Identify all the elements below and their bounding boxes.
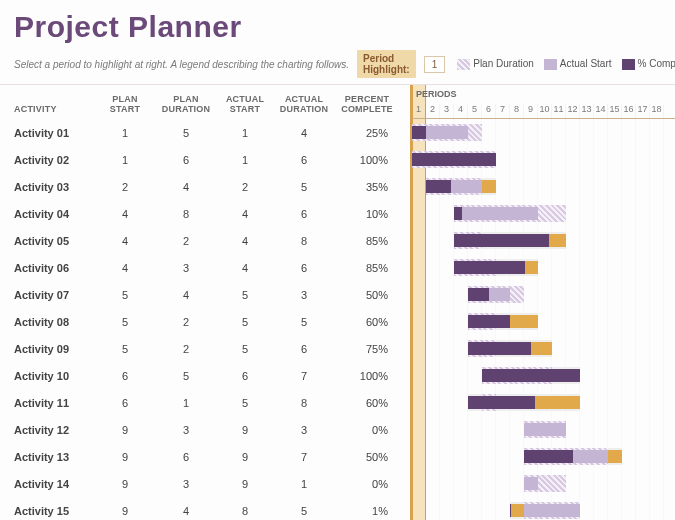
plan-start-cell[interactable]: 4 [96,235,154,247]
plan-start-cell[interactable]: 6 [96,370,154,382]
actual-dur-cell[interactable]: 5 [272,181,336,193]
actual-dur-cell[interactable]: 8 [272,235,336,247]
actual-overrun-bar [608,450,622,463]
actual-dur-cell[interactable]: 7 [272,451,336,463]
plan-dur-cell[interactable]: 4 [154,289,218,301]
table-row[interactable]: Activity 1293930% [14,416,410,443]
plan-dur-cell[interactable]: 1 [154,397,218,409]
table-row[interactable]: Activity 07545350% [14,281,410,308]
plan-start-cell[interactable]: 9 [96,451,154,463]
actual-start-cell[interactable]: 4 [218,262,272,274]
table-row[interactable]: Activity 03242535% [14,173,410,200]
pct-cell[interactable]: 100% [336,154,398,166]
actual-dur-cell[interactable]: 6 [272,154,336,166]
pct-cell[interactable]: 25% [336,127,398,139]
period-tick: 5 [468,104,482,118]
plan-dur-cell[interactable]: 2 [154,343,218,355]
actual-dur-cell[interactable]: 5 [272,316,336,328]
table-row[interactable]: Activity 021616100% [14,146,410,173]
table-row[interactable]: Activity 1594851% [14,497,410,520]
plan-start-cell[interactable]: 2 [96,181,154,193]
plan-dur-cell[interactable]: 2 [154,235,218,247]
actual-dur-cell[interactable]: 8 [272,397,336,409]
table-row[interactable]: Activity 04484610% [14,200,410,227]
pct-cell[interactable]: 0% [336,478,398,490]
actual-start-cell[interactable]: 5 [218,289,272,301]
plan-dur-cell[interactable]: 8 [154,208,218,220]
plan-start-cell[interactable]: 5 [96,316,154,328]
actual-start-cell[interactable]: 4 [218,235,272,247]
plan-dur-cell[interactable]: 5 [154,370,218,382]
pct-cell[interactable]: 50% [336,289,398,301]
plan-start-cell[interactable]: 9 [96,424,154,436]
table-row[interactable]: Activity 106567100% [14,362,410,389]
plan-start-cell[interactable]: 5 [96,289,154,301]
plan-start-cell[interactable]: 4 [96,262,154,274]
actual-dur-cell[interactable]: 7 [272,370,336,382]
period-highlight-input[interactable]: 1 [424,56,446,73]
actual-dur-cell[interactable]: 6 [272,343,336,355]
pct-cell[interactable]: 50% [336,451,398,463]
actual-start-cell[interactable]: 5 [218,343,272,355]
actual-dur-cell[interactable]: 3 [272,424,336,436]
activity-name: Activity 09 [14,343,96,355]
actual-dur-cell[interactable]: 5 [272,505,336,517]
pct-cell[interactable]: 85% [336,235,398,247]
pct-cell[interactable]: 35% [336,181,398,193]
actual-start-cell[interactable]: 9 [218,451,272,463]
actual-start-cell[interactable]: 2 [218,181,272,193]
actual-dur-cell[interactable]: 3 [272,289,336,301]
plan-dur-cell[interactable]: 3 [154,424,218,436]
pct-cell[interactable]: 1% [336,505,398,517]
table-row[interactable]: Activity 1493910% [14,470,410,497]
period-tick: 11 [552,104,566,118]
actual-dur-cell[interactable]: 6 [272,262,336,274]
main-area: ACTIVITY PLAN START PLAN DURATION ACTUAL… [0,85,675,520]
actual-start-cell[interactable]: 9 [218,424,272,436]
plan-start-cell[interactable]: 5 [96,343,154,355]
plan-start-cell[interactable]: 9 [96,505,154,517]
plan-dur-cell[interactable]: 4 [154,505,218,517]
table-row[interactable]: Activity 05424885% [14,227,410,254]
plan-dur-cell[interactable]: 3 [154,478,218,490]
actual-start-cell[interactable]: 9 [218,478,272,490]
pct-cell[interactable]: 10% [336,208,398,220]
plan-dur-cell[interactable]: 6 [154,451,218,463]
plan-dur-cell[interactable]: 3 [154,262,218,274]
actual-start-cell[interactable]: 4 [218,208,272,220]
table-row[interactable]: Activity 11615860% [14,389,410,416]
pct-cell[interactable]: 60% [336,316,398,328]
plan-dur-cell[interactable]: 2 [154,316,218,328]
actual-start-cell[interactable]: 1 [218,127,272,139]
data-table: ACTIVITY PLAN START PLAN DURATION ACTUAL… [0,85,410,520]
table-row[interactable]: Activity 01151425% [14,119,410,146]
table-row[interactable]: Activity 13969750% [14,443,410,470]
complete-bar [468,315,510,328]
plan-dur-cell[interactable]: 6 [154,154,218,166]
table-row[interactable]: Activity 06434685% [14,254,410,281]
pct-cell[interactable]: 0% [336,424,398,436]
gantt-row [412,254,675,281]
plan-dur-cell[interactable]: 4 [154,181,218,193]
plan-start-cell[interactable]: 1 [96,127,154,139]
pct-cell[interactable]: 100% [336,370,398,382]
actual-start-cell[interactable]: 5 [218,397,272,409]
table-row[interactable]: Activity 09525675% [14,335,410,362]
plan-start-cell[interactable]: 4 [96,208,154,220]
actual-dur-cell[interactable]: 4 [272,127,336,139]
plan-start-cell[interactable]: 1 [96,154,154,166]
actual-start-cell[interactable]: 1 [218,154,272,166]
table-row[interactable]: Activity 08525560% [14,308,410,335]
pct-cell[interactable]: 85% [336,262,398,274]
actual-start-cell[interactable]: 5 [218,316,272,328]
plan-start-cell[interactable]: 9 [96,478,154,490]
actual-start-cell[interactable]: 8 [218,505,272,517]
plan-start-cell[interactable]: 6 [96,397,154,409]
pct-cell[interactable]: 75% [336,343,398,355]
actual-dur-cell[interactable]: 1 [272,478,336,490]
pct-cell[interactable]: 60% [336,397,398,409]
actual-dur-cell[interactable]: 6 [272,208,336,220]
plan-dur-cell[interactable]: 5 [154,127,218,139]
actual-start-cell[interactable]: 6 [218,370,272,382]
gantt-row [412,173,675,200]
